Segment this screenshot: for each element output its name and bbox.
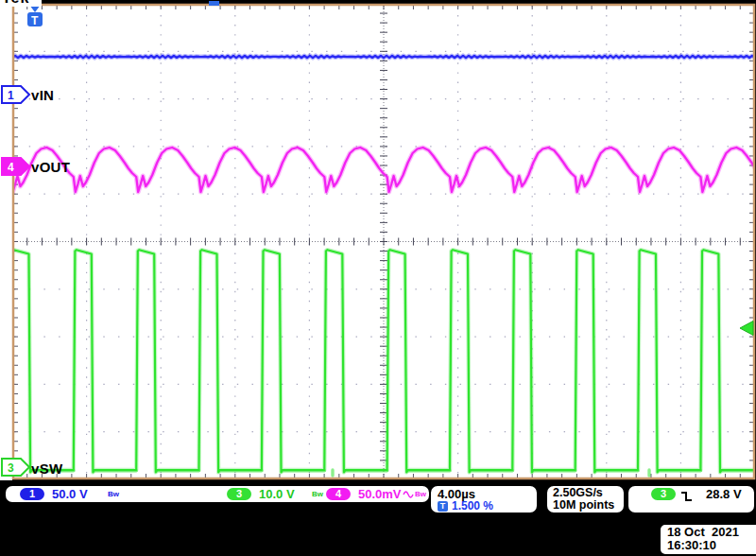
datetime-box: 18 Oct 2021 16:30:10 [659,523,756,556]
ch4-scale-readout[interactable]: 50.0mV [358,487,402,501]
trigger-source-badge[interactable]: 3 [651,488,676,500]
scope-display-svg: 143T [0,0,756,556]
trigger-falling-slope-icon [680,490,694,503]
ch3-scale-readout[interactable]: 10.0 V [259,487,295,501]
ch4-ac-coupling-icon [403,489,415,499]
trigger-position-readout[interactable]: 1.500 % [452,499,493,513]
svg-text:T: T [31,14,39,27]
channel-readout-bar[interactable]: 1 50.0 V Bw 3 10.0 V Bw 4 50.0mV Bw [4,484,431,504]
tek-logo-text: Tek [2,0,42,7]
trigger-position-icon: T [438,501,448,512]
ch4-waveform-label: vOUT [31,159,70,175]
ch1-badge[interactable]: 1 [20,488,44,500]
timebase-box[interactable]: 4.00µs T 1.500 % [429,484,539,514]
ch3-badge[interactable]: 3 [227,488,251,500]
graticule-background [0,0,755,480]
date-readout: 18 Oct 2021 [667,526,756,539]
ch1-waveform-label: vIN [31,87,54,103]
ch3-waveform-label: vSW [31,460,62,477]
ch3-bandwidth-icon: Bw [312,490,323,498]
svg-text:4: 4 [8,161,14,174]
time-readout: 16:30:10 [667,539,756,552]
svg-text:1: 1 [8,89,14,102]
record-length-readout[interactable]: 10M points [553,498,614,512]
ch4-badge[interactable]: 4 [326,488,351,500]
trigger-level-readout[interactable]: 28.8 V [706,487,742,501]
trigger-box[interactable]: 3 28.8 V [627,484,756,514]
acquisition-box[interactable]: 2.50GS/s 10M points [545,484,626,514]
sample-rate-readout[interactable]: 2.50GS/s [553,486,603,499]
svg-text:3: 3 [8,461,14,475]
ch4-bandwidth-icon: Bw [415,490,426,498]
tek-logo: Tek [2,0,42,7]
ch1-bandwidth-icon: Bw [108,490,119,498]
record-view-trigger-tick [209,1,219,6]
ch1-scale-readout[interactable]: 50.0 V [52,487,88,501]
oscilloscope-screen: 143T Tek vIN vOUT vSW 1 50.0 V Bw 3 10.0… [0,0,756,556]
